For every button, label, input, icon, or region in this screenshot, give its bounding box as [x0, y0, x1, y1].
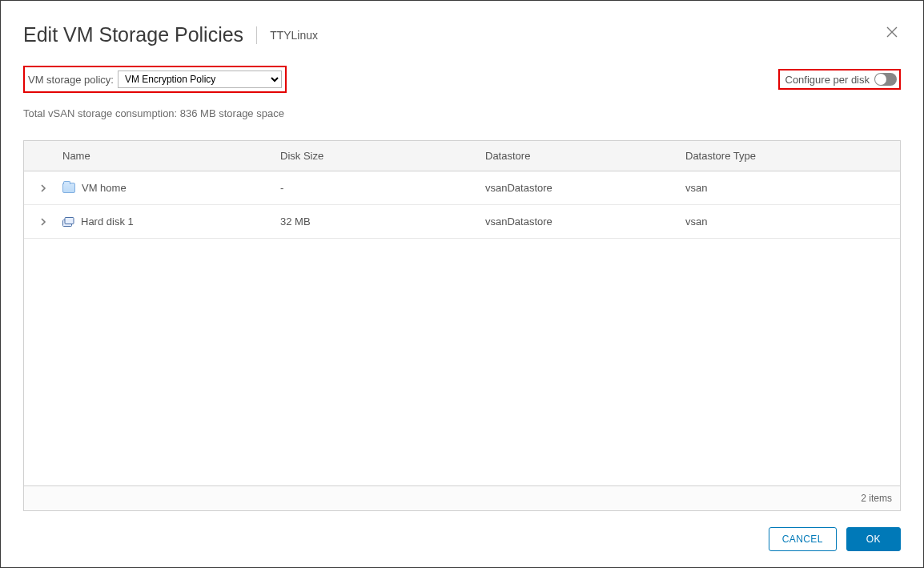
- chevron-right-icon: [39, 184, 47, 192]
- close-button[interactable]: [883, 22, 901, 45]
- title-divider: [256, 26, 257, 44]
- col-name-header[interactable]: Name: [62, 150, 280, 162]
- storage-policy-control: VM storage policy: VM Encryption Policy: [23, 66, 287, 93]
- dialog-subtitle: TTYLinux: [270, 29, 318, 42]
- table-row[interactable]: VM home - vsanDatastore vsan: [24, 171, 900, 205]
- cell-datastore: vsanDatastore: [485, 216, 685, 228]
- configure-per-disk-control: Configure per disk: [778, 69, 902, 90]
- cell-size: 32 MB: [280, 216, 485, 228]
- folder-icon: [62, 183, 75, 193]
- cell-type: vsan: [685, 216, 900, 228]
- cell-size: -: [280, 182, 485, 194]
- cell-datastore: vsanDatastore: [485, 182, 685, 194]
- close-icon: [886, 26, 898, 38]
- table-body: VM home - vsanDatastore vsan Hard disk 1: [24, 171, 900, 485]
- col-size-header[interactable]: Disk Size: [280, 150, 485, 162]
- configure-toggle[interactable]: [874, 73, 897, 86]
- cell-name: VM home: [82, 182, 127, 194]
- dialog-actions: CANCEL OK: [23, 511, 901, 551]
- col-datastore-header[interactable]: Datastore: [485, 150, 685, 162]
- edit-storage-policies-dialog: Edit VM Storage Policies TTYLinux VM sto…: [0, 0, 924, 568]
- svg-rect-1: [65, 217, 74, 224]
- chevron-right-icon: [39, 218, 47, 226]
- table: Name Disk Size Datastore Datastore Type …: [23, 140, 901, 511]
- controls-row: VM storage policy: VM Encryption Policy …: [23, 66, 901, 93]
- disk-icon: [62, 217, 74, 227]
- ok-button[interactable]: OK: [846, 527, 901, 551]
- table-header: Name Disk Size Datastore Datastore Type: [24, 141, 900, 171]
- policy-label: VM storage policy:: [28, 74, 114, 86]
- configure-label: Configure per disk: [785, 74, 870, 86]
- table-row[interactable]: Hard disk 1 32 MB vsanDatastore vsan: [24, 205, 900, 239]
- cell-name: Hard disk 1: [81, 216, 134, 228]
- expand-row-button[interactable]: [39, 218, 47, 226]
- cancel-button[interactable]: CANCEL: [769, 527, 837, 551]
- dialog-title: Edit VM Storage Policies: [23, 23, 243, 46]
- consumption-text: Total vSAN storage consumption: 836 MB s…: [23, 107, 901, 119]
- table-footer: 2 items: [24, 485, 900, 510]
- expand-row-button[interactable]: [39, 184, 47, 192]
- col-type-header[interactable]: Datastore Type: [685, 150, 900, 162]
- policy-select[interactable]: VM Encryption Policy: [118, 70, 282, 88]
- toggle-knob: [875, 74, 886, 85]
- cell-type: vsan: [685, 182, 900, 194]
- dialog-header: Edit VM Storage Policies TTYLinux: [23, 23, 901, 46]
